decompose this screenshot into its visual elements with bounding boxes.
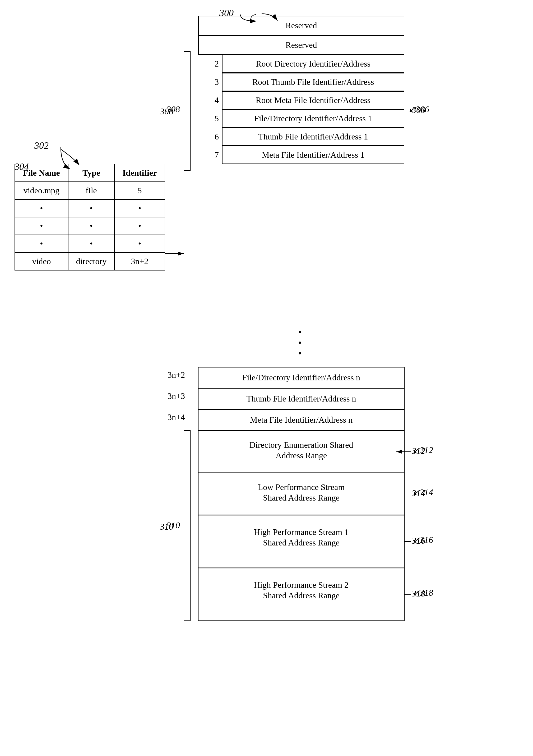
table-row: • • •	[15, 200, 165, 217]
svg-text:•: •	[298, 327, 302, 338]
row-4: 4 Root Meta File Identifier/Address	[198, 91, 404, 109]
cell-4: Root Meta File Identifier/Address	[222, 91, 404, 109]
ref-302: 302	[34, 140, 49, 151]
cell-id-last: 3n+2	[114, 253, 165, 270]
cell-dot-2: •	[68, 200, 114, 217]
svg-rect-12	[198, 431, 404, 473]
reserved-1-cell: Reserved	[198, 16, 404, 35]
svg-text:Low Performance Stream: Low Performance Stream	[258, 482, 345, 492]
svg-text:308: 308	[160, 106, 173, 116]
svg-rect-21	[198, 515, 404, 568]
svg-text:•: •	[298, 338, 302, 348]
svg-text:Shared Address Range: Shared Address Range	[263, 493, 340, 502]
svg-rect-4	[198, 367, 404, 388]
cell-6: Thumb File Identifier/Address 1	[222, 127, 404, 146]
row-num-6: 6	[198, 127, 222, 146]
table-row: video directory 3n+2	[15, 253, 165, 270]
row-num-2: 2	[198, 55, 222, 73]
svg-text:318: 318	[411, 588, 425, 598]
svg-text:306: 306	[411, 105, 425, 115]
cell-7: Meta File Identifier/Address 1	[222, 146, 404, 164]
cell-5: File/Directory Identifier/Address 1	[222, 109, 404, 127]
svg-text:3n+4: 3n+4	[168, 412, 185, 422]
cell-dot-1: •	[15, 200, 68, 217]
svg-rect-10	[198, 409, 404, 431]
right-table: Reserved Reserved 2 Root Directory Ident…	[198, 16, 404, 164]
cell-3: Root Thumb File Identifier/Address	[222, 73, 404, 91]
svg-text:Shared Address Range: Shared Address Range	[263, 591, 340, 600]
cell-id-1: 5	[114, 182, 165, 200]
row-6: 6 Thumb File Identifier/Address 1	[198, 127, 404, 146]
svg-text:↙312: ↙312	[412, 445, 433, 455]
cell-dot-4: •	[15, 217, 68, 235]
reserved-2-cell: Reserved	[198, 35, 404, 55]
cell-dot-5: •	[68, 217, 114, 235]
svg-text:314: 314	[411, 488, 425, 498]
table-row: video.mpg file 5	[15, 182, 165, 200]
svg-text:308: 308	[166, 104, 180, 114]
svg-text:3n+2: 3n+2	[168, 370, 185, 380]
svg-text:↙306: ↙306	[408, 104, 429, 114]
cell-filename-last: video	[15, 253, 68, 270]
cell-filename-1: video.mpg	[15, 182, 68, 200]
svg-text:•: •	[298, 348, 302, 359]
svg-text:↙314: ↙314	[412, 487, 433, 497]
svg-text:↙318: ↙318	[412, 588, 433, 598]
row-5: 5 File/Directory Identifier/Address 1	[198, 109, 404, 127]
svg-text:310: 310	[166, 520, 180, 530]
col-header-filename: File Name	[15, 164, 68, 182]
row-num-4: 4	[198, 91, 222, 109]
cell-dot-6: •	[114, 217, 165, 235]
svg-text:High Performance Stream 2: High Performance Stream 2	[254, 580, 349, 590]
svg-text:Directory Enumeration Shared: Directory Enumeration Shared	[249, 440, 353, 449]
svg-rect-25	[198, 568, 404, 621]
cell-dot-8: •	[68, 235, 114, 253]
cell-dot-9: •	[114, 235, 165, 253]
svg-text:316: 316	[411, 536, 425, 546]
col-header-type: Type	[68, 164, 114, 182]
row-3: 3 Root Thumb File Identifier/Address	[198, 73, 404, 91]
cell-dot-7: •	[15, 235, 68, 253]
row-num-5: 5	[198, 109, 222, 127]
svg-text:310: 310	[160, 522, 173, 531]
row-num-3: 3	[198, 73, 222, 91]
row-num-7: 7	[198, 146, 222, 164]
svg-text:Thumb File Identifier/Address : Thumb File Identifier/Address n	[246, 394, 356, 403]
svg-text:↙316: ↙316	[412, 535, 433, 545]
left-table: File Name Type Identifier video.mpg file…	[14, 164, 165, 270]
table-row: • • •	[15, 217, 165, 235]
svg-rect-7	[198, 388, 404, 409]
svg-text:File/Directory Identifier/Addr: File/Directory Identifier/Address n	[242, 373, 360, 382]
cell-dot-3: •	[114, 200, 165, 217]
svg-text:Shared Address Range: Shared Address Range	[263, 538, 340, 547]
diagram: 300 302 304 Reserved Reserved 2 Root Dir…	[0, 0, 533, 756]
svg-text:Meta File Identifier/Address n: Meta File Identifier/Address n	[250, 415, 352, 424]
svg-text:High Performance Stream 1: High Performance Stream 1	[254, 527, 349, 537]
svg-text:3n+3: 3n+3	[168, 391, 185, 401]
cell-type-last: directory	[68, 253, 114, 270]
svg-text:312: 312	[411, 446, 425, 456]
svg-rect-17	[198, 473, 404, 515]
cell-type-1: file	[68, 182, 114, 200]
row-7: 7 Meta File Identifier/Address 1	[198, 146, 404, 164]
table-row: • • •	[15, 235, 165, 253]
col-header-identifier: Identifier	[114, 164, 165, 182]
svg-text:Address Range: Address Range	[276, 451, 327, 460]
cell-2: Root Directory Identifier/Address	[222, 55, 404, 73]
row-2: 2 Root Directory Identifier/Address	[198, 55, 404, 73]
